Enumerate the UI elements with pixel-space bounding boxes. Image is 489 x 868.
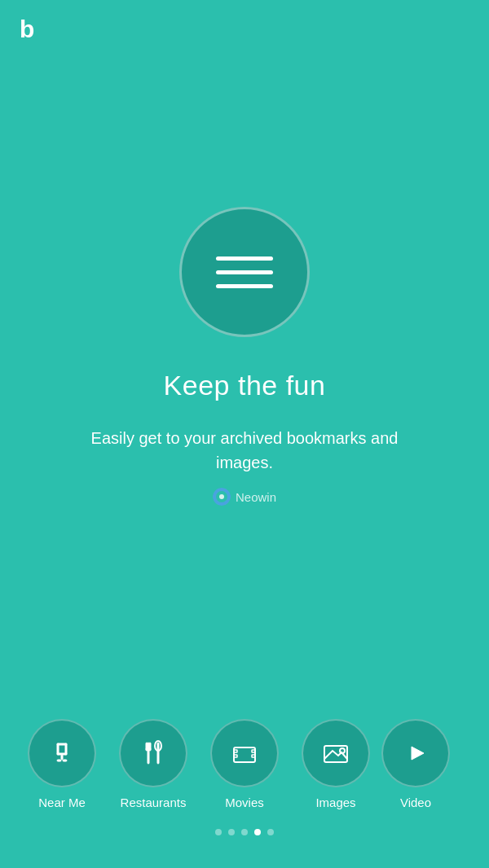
movies-circle (210, 719, 279, 787)
restaurants-icon (137, 737, 170, 769)
neowin-attribution: Neowin (213, 488, 276, 506)
svg-rect-15 (157, 743, 159, 764)
category-video[interactable]: Video (381, 719, 450, 809)
video-label: Video (400, 796, 431, 809)
neowin-icon (213, 488, 231, 506)
movies-icon (228, 737, 261, 769)
near-me-circle (28, 719, 96, 787)
svg-rect-18 (234, 750, 237, 752)
svg-rect-10 (63, 760, 67, 761)
svg-rect-14 (146, 748, 151, 750)
menu-line-1 (216, 256, 273, 261)
svg-marker-24 (412, 747, 424, 760)
dot-1[interactable] (215, 829, 222, 835)
category-movies[interactable]: Movies (199, 719, 290, 809)
main-content: Keep the fun Easily get to your archived… (41, 10, 448, 703)
neowin-label: Neowin (236, 490, 276, 504)
images-label: Images (315, 796, 355, 809)
svg-point-3 (219, 494, 224, 499)
bottom-section: Near Me Restaurants (0, 703, 489, 868)
menu-line-2 (216, 270, 273, 274)
hero-title: Keep the fun (164, 370, 326, 401)
dot-4-active[interactable] (254, 829, 261, 835)
svg-rect-19 (234, 755, 237, 757)
images-icon (319, 737, 352, 769)
svg-text:b: b (20, 15, 34, 42)
menu-circle-icon (179, 207, 310, 337)
restaurants-circle (119, 719, 187, 787)
video-circle (381, 719, 450, 787)
dot-2[interactable] (228, 829, 235, 835)
categories-row: Near Me Restaurants (0, 703, 489, 818)
svg-rect-9 (57, 760, 61, 761)
category-images[interactable]: Images (290, 719, 381, 809)
menu-line-3 (216, 284, 273, 288)
images-circle (302, 719, 370, 787)
dot-5[interactable] (267, 829, 274, 835)
app-container: b Keep the fun Easily get to your archiv… (0, 0, 489, 868)
category-near-me[interactable]: Near Me (16, 719, 108, 809)
category-restaurants[interactable]: Restaurants (108, 719, 199, 809)
svg-rect-20 (252, 750, 255, 752)
pagination-dots (0, 818, 489, 852)
restaurants-label: Restaurants (121, 796, 187, 809)
svg-rect-21 (252, 755, 255, 757)
svg-rect-8 (61, 755, 63, 760)
video-icon (399, 737, 432, 769)
near-me-label: Near Me (38, 796, 86, 809)
near-me-icon (46, 737, 78, 769)
hero-description: Easily get to your archived bookmarks an… (73, 426, 416, 475)
dot-3[interactable] (241, 829, 248, 835)
movies-label: Movies (225, 796, 264, 809)
svg-point-23 (340, 748, 345, 753)
